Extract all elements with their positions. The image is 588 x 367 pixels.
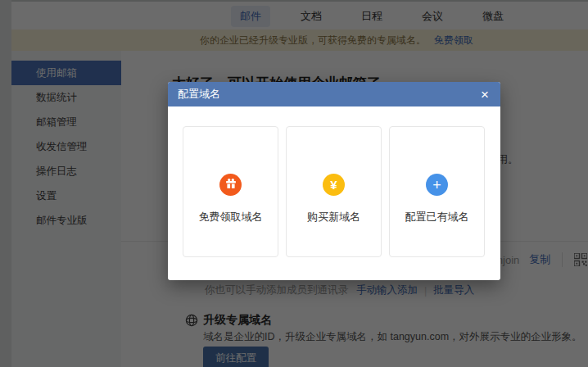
card-configure-existing-domain[interactable]: + 配置已有域名 <box>389 126 485 257</box>
close-icon[interactable]: × <box>479 88 491 102</box>
card-free-domain[interactable]: 免费领取域名 <box>183 126 278 257</box>
domain-card-label: 免费领取域名 <box>199 210 263 224</box>
modal-body: 免费领取域名 ¥ 购买新域名 + 配置已有域名 <box>168 106 500 280</box>
configure-domain-modal: 配置域名 × <box>168 82 500 280</box>
card-buy-new-domain[interactable]: ¥ 购买新域名 <box>286 126 382 257</box>
yen-icon: ¥ <box>330 179 337 191</box>
domain-card-label: 购买新域名 <box>307 210 360 224</box>
plus-icon: + <box>432 178 441 193</box>
admin-console-page: 邮件文档日程会议微盘 你的企业已经升级专业版，可获得免费的专属域名。 免费领取 … <box>0 0 588 367</box>
modal-header: 配置域名 × <box>168 82 500 106</box>
gift-icon <box>225 178 237 193</box>
modal-title: 配置域名 <box>178 87 479 102</box>
domain-card-label: 配置已有域名 <box>405 210 469 224</box>
